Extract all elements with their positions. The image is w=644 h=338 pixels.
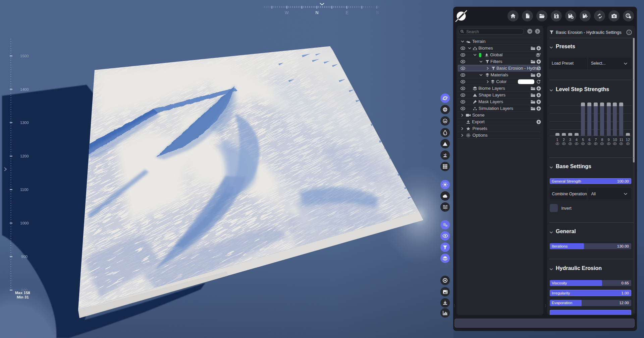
svg-text:1400: 1400	[20, 87, 29, 91]
svg-text:Min 31: Min 31	[17, 295, 29, 299]
svg-text:1000: 1000	[20, 221, 29, 225]
svg-text:1200: 1200	[20, 154, 29, 158]
svg-text:S: S	[376, 10, 379, 15]
svg-text:1500: 1500	[20, 54, 29, 58]
svg-text:1300: 1300	[20, 121, 29, 125]
svg-text:900: 900	[21, 255, 28, 259]
svg-text:E: E	[346, 10, 348, 15]
svg-text:?: ?	[627, 14, 629, 17]
svg-text:1100: 1100	[20, 188, 29, 192]
svg-text:N: N	[315, 10, 318, 15]
svg-text:W: W	[285, 10, 289, 15]
svg-text:Max 158: Max 158	[15, 291, 30, 295]
